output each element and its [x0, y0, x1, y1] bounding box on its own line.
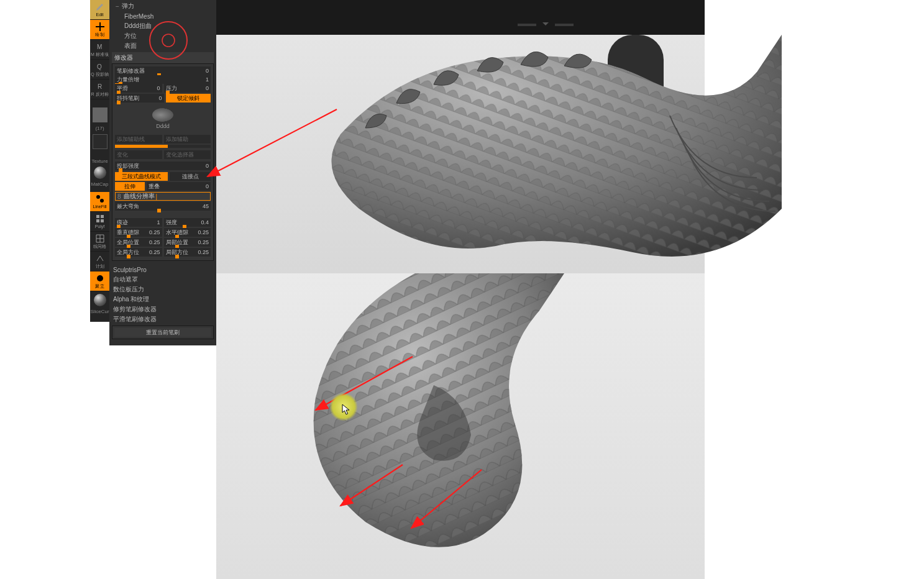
- lock-tilt-button[interactable]: 锁定倾斜: [166, 94, 211, 103]
- panel-tree: −弹力 FiberMesh Dddd扭曲 方位 表面: [109, 0, 216, 52]
- max-angle-slider[interactable]: 最大弯角45: [115, 202, 211, 211]
- modifier-section: 笔刷修改器0 力量倍增1 平滑0 压力0 抖抖笔刷0 锁定倾斜 Dddd 添加辅…: [112, 63, 214, 261]
- reset-brush-button[interactable]: 重置当前笔刷: [112, 326, 214, 339]
- svg-rect-8: [96, 219, 99, 222]
- intensity-slider[interactable]: 力量倍增1: [115, 75, 211, 84]
- sculpt-model-lower: [278, 273, 651, 579]
- svg-rect-6: [96, 215, 99, 218]
- svg-point-4: [96, 195, 100, 199]
- spacing-slider[interactable]: 痕迹1: [115, 218, 162, 227]
- left-tool-rail: Edit 绘 制 M M 标准项 Q Q 投影轴 R R 反对称 (17) Te…: [90, 0, 109, 322]
- m-mode-label: M 标准项: [91, 52, 109, 57]
- viewport-lower[interactable]: [216, 273, 705, 579]
- q-mode-button[interactable]: Q Q 投影轴: [90, 60, 109, 80]
- wire-button[interactable]: 线同格: [90, 232, 109, 252]
- lpos-slider[interactable]: 局部位置0.25: [164, 238, 211, 247]
- linefill-label: LineFill: [93, 204, 106, 209]
- svg-text:R: R: [98, 83, 102, 90]
- q-mode-label: Q 投影轴: [91, 72, 108, 77]
- tree-item[interactable]: 自动遮罩: [113, 275, 213, 285]
- tree-item[interactable]: Alpha 和纹理: [113, 294, 213, 304]
- three-seg-curve-button[interactable]: 三段式曲线模式: [115, 172, 168, 181]
- hgap-slider[interactable]: 水平缝隙0.25: [164, 228, 211, 237]
- texture-swatch[interactable]: [93, 107, 107, 122]
- plan-button[interactable]: 计划: [90, 252, 109, 271]
- tree-item[interactable]: −弹力: [113, 1, 213, 11]
- brush-preview-name: Dddd: [156, 123, 170, 129]
- svg-point-5: [100, 199, 104, 203]
- viewport-upper[interactable]: [216, 35, 705, 273]
- projection-strength-slider[interactable]: 投影强度0: [115, 162, 211, 170]
- matcap-preview[interactable]: [94, 166, 106, 179]
- tree-item[interactable]: 平滑笔刷修改器: [113, 314, 213, 324]
- texture-label: Texture: [90, 157, 109, 165]
- lori-slider[interactable]: 局部方位0.25: [164, 248, 211, 257]
- wire-label: 线同格: [93, 244, 106, 249]
- polyf-label: Polyf: [95, 224, 105, 229]
- gpos-slider[interactable]: 全局位置0.25: [115, 238, 162, 247]
- brush-modifier-slider[interactable]: 笔刷修改器0: [115, 66, 211, 75]
- bottom-tree: SculptrisPro 自动遮罩 数位板压力 Alpha 和纹理 修剪笔刷修改…: [109, 263, 216, 326]
- svg-text:M: M: [97, 43, 102, 50]
- stretch-button[interactable]: 拉伸: [115, 182, 145, 191]
- mouse-cursor-icon: [342, 404, 350, 415]
- plan-label: 计划: [96, 264, 104, 269]
- tree-item[interactable]: 方位: [113, 31, 213, 41]
- matcap-label: MatCap: [90, 180, 109, 188]
- tree-item[interactable]: FiberMesh: [113, 11, 213, 21]
- jitter-slider[interactable]: 抖抖笔刷0: [115, 94, 164, 103]
- variation-picker-btn[interactable]: 变化选择器: [164, 150, 211, 159]
- curve-resolution-input[interactable]: 8 曲线分辨率 |: [115, 192, 211, 201]
- svg-text:Q: Q: [97, 63, 102, 70]
- panel-drag-handle[interactable]: [518, 24, 574, 27]
- texture-swatch-label: (17): [90, 124, 109, 132]
- draw-mode-label: 绘 制: [95, 32, 105, 37]
- connect-points-button[interactable]: 连接点: [170, 172, 211, 181]
- r-mode-label: R 反对称: [91, 92, 109, 97]
- slicecurve-label: SliceCur: [90, 308, 109, 316]
- m-mode-button[interactable]: M M 标准项: [90, 40, 109, 60]
- tree-item[interactable]: 数位板压力: [113, 285, 213, 294]
- overlap-slider[interactable]: 重叠0: [147, 182, 211, 191]
- pressure-slider[interactable]: 压力0: [164, 84, 211, 93]
- svg-point-10: [97, 275, 103, 281]
- sculpt-model-upper: [322, 35, 782, 283]
- tree-item[interactable]: SculptrisPro: [113, 265, 213, 275]
- edit-mode-button[interactable]: Edit: [90, 0, 109, 20]
- brush-settings-panel: −弹力 FiberMesh Dddd扭曲 方位 表面 修改器 笔刷修改器0 力量…: [109, 0, 216, 345]
- zadd-label: 聚 立: [95, 284, 105, 289]
- linefill-button[interactable]: LineFill: [90, 192, 109, 212]
- section-header: 修改器: [112, 52, 214, 63]
- svg-rect-7: [101, 215, 104, 218]
- r-mode-button[interactable]: R R 反对称: [90, 80, 109, 99]
- vgap-slider[interactable]: 垂直缝隙0.25: [115, 228, 162, 237]
- draw-mode-button[interactable]: 绘 制: [90, 20, 109, 40]
- polyf-button[interactable]: Polyf: [90, 212, 109, 232]
- aux-line-btn[interactable]: 添加辅助线: [115, 135, 162, 144]
- aux-progress: [115, 145, 211, 148]
- zadd-button[interactable]: 聚 立: [90, 271, 109, 291]
- strength-slider[interactable]: 强度0.4: [164, 218, 211, 227]
- gori-slider[interactable]: 全局方位0.25: [115, 248, 162, 257]
- svg-rect-9: [101, 219, 104, 222]
- brush-preview[interactable]: Dddd: [115, 105, 211, 132]
- edit-mode-label: Edit: [96, 12, 103, 17]
- brush-preview-icon: [152, 108, 173, 122]
- aux-btn[interactable]: 添加辅助: [164, 135, 211, 144]
- smooth-slider[interactable]: 平滑0: [115, 84, 162, 93]
- tree-item[interactable]: 表面: [113, 41, 213, 51]
- texture-slot-empty[interactable]: [93, 134, 107, 149]
- variation-btn[interactable]: 变化: [115, 150, 162, 159]
- tree-item[interactable]: Dddd扭曲: [113, 21, 213, 31]
- tree-item[interactable]: 修剪笔刷修改器: [113, 304, 213, 314]
- slicecurve-icon[interactable]: [94, 294, 106, 306]
